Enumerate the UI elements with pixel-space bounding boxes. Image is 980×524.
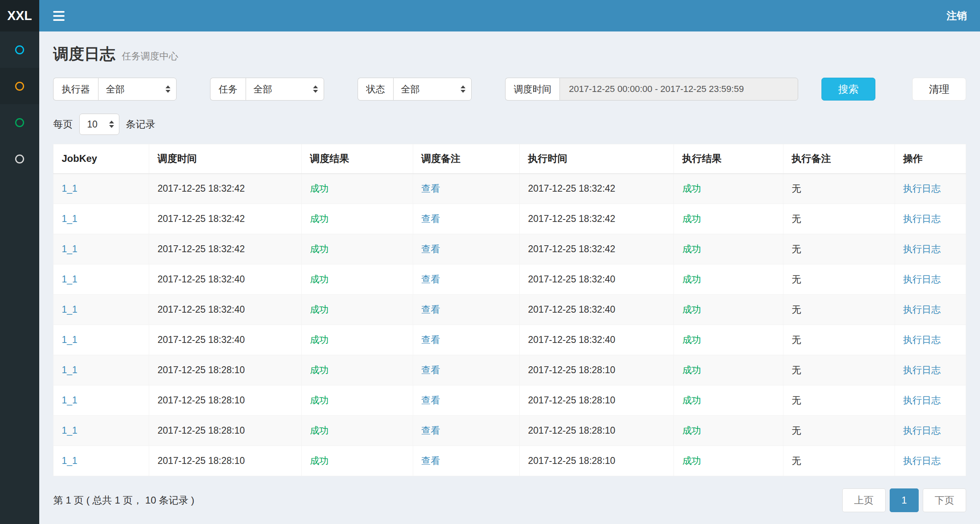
- next-page-button[interactable]: 下页: [923, 488, 966, 512]
- view-remark-link[interactable]: 查看: [421, 425, 440, 436]
- column-header-jobkey: JobKey: [54, 144, 149, 174]
- exec-log-link[interactable]: 执行日志: [903, 455, 941, 466]
- view-remark-link[interactable]: 查看: [421, 213, 440, 224]
- app-logo[interactable]: XXL: [0, 0, 39, 31]
- exec-log-link[interactable]: 执行日志: [903, 334, 941, 345]
- table-row: 1_1 2017-12-25 18:32:40 成功 查看 2017-12-25…: [54, 295, 966, 325]
- circle-icon: [15, 155, 24, 163]
- content-area: 调度日志 任务调度中心 执行器 全部 任务 全部 状态 全部 调度时: [39, 31, 980, 524]
- handle-time-cell: 2017-12-25 18:32:42: [520, 174, 674, 204]
- handle-remark-cell: 无: [783, 325, 895, 355]
- exec-log-link[interactable]: 执行日志: [903, 304, 941, 315]
- jobkey-link[interactable]: 1_1: [62, 365, 77, 375]
- handle-remark-cell: 无: [783, 385, 895, 416]
- status-select[interactable]: 全部: [393, 78, 472, 101]
- action-cell: 执行日志: [895, 385, 966, 416]
- jobkey-cell: 1_1: [54, 264, 149, 295]
- sidebar-item-4[interactable]: [0, 141, 39, 177]
- column-header-trigger-result: 调度结果: [302, 144, 413, 174]
- executor-select[interactable]: 全部: [98, 78, 177, 101]
- jobkey-cell: 1_1: [54, 204, 149, 234]
- exec-log-link[interactable]: 执行日志: [903, 244, 941, 254]
- trigger-remark-cell: 查看: [413, 385, 519, 416]
- select-stepper-icon: [109, 121, 114, 128]
- trigger-result-cell: 成功: [302, 446, 413, 476]
- jobkey-link[interactable]: 1_1: [62, 274, 77, 284]
- status-label: 状态: [358, 78, 393, 101]
- jobkey-cell: 1_1: [54, 174, 149, 204]
- jobkey-link[interactable]: 1_1: [62, 455, 77, 466]
- exec-log-link[interactable]: 执行日志: [903, 395, 941, 405]
- handle-result-cell: 成功: [674, 264, 783, 295]
- trigger-time-range-input[interactable]: 2017-12-25 00:00:00 - 2017-12-25 23:59:5…: [559, 78, 798, 101]
- select-stepper-icon: [461, 85, 465, 93]
- trigger-time-cell: 2017-12-25 18:32:42: [149, 234, 302, 264]
- top-navbar: XXL 注销: [0, 0, 980, 31]
- view-remark-link[interactable]: 查看: [421, 455, 440, 466]
- page-header: 调度日志 任务调度中心: [53, 44, 966, 65]
- trigger-remark-cell: 查看: [413, 264, 519, 295]
- handle-time-cell: 2017-12-25 18:32:40: [520, 264, 674, 295]
- search-button[interactable]: 搜索: [821, 78, 875, 101]
- jobkey-link[interactable]: 1_1: [62, 425, 77, 436]
- view-remark-link[interactable]: 查看: [421, 274, 440, 284]
- view-remark-link[interactable]: 查看: [421, 183, 440, 194]
- handle-result-cell: 成功: [674, 234, 783, 264]
- filter-bar: 执行器 全部 任务 全部 状态 全部 调度时间 2017-12-25 00:00…: [53, 78, 966, 101]
- exec-log-link[interactable]: 执行日志: [903, 274, 941, 284]
- jobkey-link[interactable]: 1_1: [62, 334, 77, 345]
- view-remark-link[interactable]: 查看: [421, 244, 440, 254]
- view-remark-link[interactable]: 查看: [421, 334, 440, 345]
- trigger-time-cell: 2017-12-25 18:32:40: [149, 264, 302, 295]
- table-row: 1_1 2017-12-25 18:28:10 成功 查看 2017-12-25…: [54, 416, 966, 446]
- sidebar-toggle-icon[interactable]: [49, 7, 69, 25]
- clear-button[interactable]: 清理: [912, 78, 966, 101]
- prev-page-button[interactable]: 上页: [842, 488, 886, 512]
- page-size-prefix: 每页: [53, 118, 73, 131]
- column-header-handle-remark: 执行备注: [783, 144, 895, 174]
- status-filter-group: 状态 全部: [358, 78, 472, 101]
- column-header-handle-result: 执行结果: [674, 144, 783, 174]
- jobkey-link[interactable]: 1_1: [62, 244, 77, 254]
- table-row: 1_1 2017-12-25 18:32:40 成功 查看 2017-12-25…: [54, 325, 966, 355]
- trigger-result-cell: 成功: [302, 416, 413, 446]
- trigger-result-cell: 成功: [302, 325, 413, 355]
- exec-log-link[interactable]: 执行日志: [903, 183, 941, 194]
- trigger-time-label: 调度时间: [505, 78, 559, 101]
- log-table: JobKey 调度时间 调度结果 调度备注 执行时间 执行结果 执行备注 操作 …: [53, 144, 966, 476]
- handle-result-cell: 成功: [674, 325, 783, 355]
- sidebar-item-1[interactable]: [0, 31, 39, 68]
- trigger-result-cell: 成功: [302, 264, 413, 295]
- logout-link[interactable]: 注销: [946, 9, 967, 22]
- jobkey-link[interactable]: 1_1: [62, 304, 77, 315]
- trigger-remark-cell: 查看: [413, 325, 519, 355]
- job-select-value: 全部: [253, 83, 272, 96]
- pagination-summary: 第 1 页 ( 总共 1 页， 10 条记录 ): [53, 494, 194, 507]
- handle-result-cell: 成功: [674, 416, 783, 446]
- view-remark-link[interactable]: 查看: [421, 395, 440, 405]
- page-subtitle: 任务调度中心: [122, 50, 178, 63]
- exec-log-link[interactable]: 执行日志: [903, 213, 941, 224]
- sidebar-item-3[interactable]: [0, 104, 39, 141]
- job-label: 任务: [210, 78, 246, 101]
- view-remark-link[interactable]: 查看: [421, 304, 440, 315]
- trigger-result-cell: 成功: [302, 204, 413, 234]
- job-select[interactable]: 全部: [246, 78, 324, 101]
- jobkey-link[interactable]: 1_1: [62, 395, 77, 405]
- exec-log-link[interactable]: 执行日志: [903, 365, 941, 375]
- exec-log-link[interactable]: 执行日志: [903, 425, 941, 436]
- trigger-time-cell: 2017-12-25 18:32:40: [149, 325, 302, 355]
- current-page-button[interactable]: 1: [890, 488, 919, 512]
- trigger-remark-cell: 查看: [413, 174, 519, 204]
- handle-result-cell: 成功: [674, 174, 783, 204]
- handle-remark-cell: 无: [783, 234, 895, 264]
- trigger-remark-cell: 查看: [413, 204, 519, 234]
- sidebar-item-2[interactable]: [0, 68, 39, 104]
- table-row: 1_1 2017-12-25 18:32:42 成功 查看 2017-12-25…: [54, 234, 966, 264]
- jobkey-link[interactable]: 1_1: [62, 183, 77, 194]
- page-size-select[interactable]: 10: [79, 114, 119, 135]
- jobkey-cell: 1_1: [54, 295, 149, 325]
- view-remark-link[interactable]: 查看: [421, 365, 440, 375]
- action-cell: 执行日志: [895, 204, 966, 234]
- jobkey-link[interactable]: 1_1: [62, 213, 77, 224]
